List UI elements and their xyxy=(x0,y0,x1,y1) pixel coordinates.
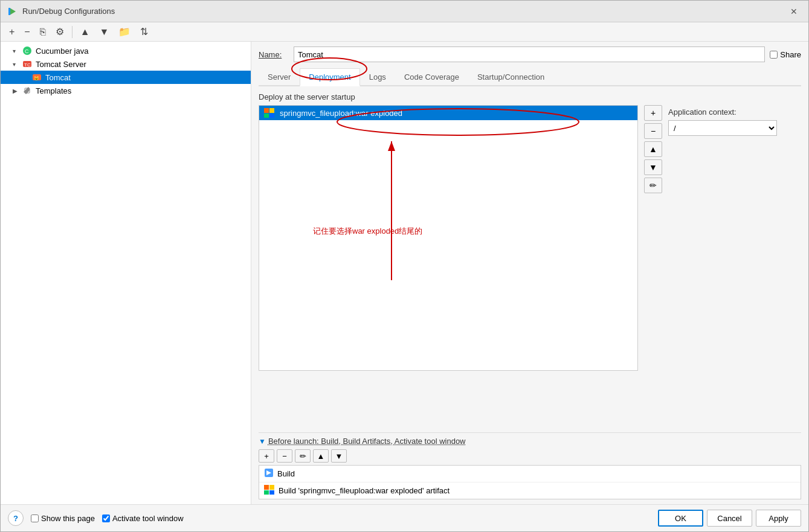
title-bar: Run/Debug Configurations ✕ xyxy=(1,1,808,22)
deploy-edit-button[interactable]: ✏ xyxy=(644,178,662,193)
before-launch-header: ▼ Before launch: Build, Build Artifacts,… xyxy=(259,437,801,446)
remove-config-button[interactable]: − xyxy=(21,25,33,39)
name-row: Name: Share xyxy=(259,46,801,62)
sort-button[interactable]: ⇅ xyxy=(137,24,152,39)
close-button[interactable]: ✕ xyxy=(787,5,801,18)
svg-text:TC: TC xyxy=(24,62,31,68)
tree-item-tomcat[interactable]: 🐱 Tomcat xyxy=(1,71,251,84)
wrench-icon xyxy=(22,86,33,95)
right-panel: Name: Share Server Deployment Logs xyxy=(251,42,808,504)
tree-label-cucumber: Cucumber java xyxy=(36,46,88,56)
left-panel: ▾ C Cucumber java ▾ TC Tomcat Server 🐱 xyxy=(1,42,251,504)
tree-arrow-tomcat xyxy=(22,74,31,81)
tomcat-server-icon: TC xyxy=(22,59,33,69)
svg-rect-22 xyxy=(269,490,274,495)
folder-button[interactable]: 📁 xyxy=(115,24,134,39)
show-page-checkbox[interactable] xyxy=(31,514,39,522)
show-page-row: Show this page xyxy=(31,514,95,523)
tab-logs[interactable]: Logs xyxy=(360,68,395,86)
settings-button[interactable]: ⚙ xyxy=(52,24,68,39)
deploy-list: springmvc_fileupload:war exploded xyxy=(259,105,638,371)
bl-item-artifact-label: Build 'springmvc_fileupload:war exploded… xyxy=(279,486,450,495)
activate-tool-checkbox[interactable] xyxy=(102,514,110,522)
tree-label-templates: Templates xyxy=(36,86,71,95)
tree-label-tomcat: Tomcat xyxy=(45,73,71,82)
bl-item-build[interactable]: Build xyxy=(259,466,801,482)
bottom-right: OK Cancel Apply xyxy=(658,510,801,527)
app-context-row: Application context: xyxy=(668,105,801,117)
add-config-button[interactable]: + xyxy=(5,25,18,39)
svg-rect-1 xyxy=(8,8,10,15)
move-down-button[interactable]: ▼ xyxy=(96,25,113,39)
deploy-at-startup-label: Deploy at the server startup xyxy=(259,92,801,101)
tree-item-templates[interactable]: ▶ Templates xyxy=(1,84,251,97)
ok-button[interactable]: OK xyxy=(658,510,703,527)
help-button[interactable]: ? xyxy=(8,510,24,526)
toolbar: + − ⎘ ⚙ ▲ ▼ 📁 ⇅ xyxy=(1,22,808,42)
svg-text:C: C xyxy=(25,48,29,54)
tree-label-tomcat-server: Tomcat Server xyxy=(36,60,86,69)
tab-startup-connection[interactable]: Startup/Connection xyxy=(468,68,553,86)
svg-marker-0 xyxy=(10,8,16,15)
tomcat-icon: 🐱 xyxy=(32,72,43,82)
deploy-item-label: springmvc_fileupload:war exploded xyxy=(280,109,402,118)
show-page-label: Show this page xyxy=(41,514,95,523)
right-buttons: + − ▲ ▼ ✏ xyxy=(644,105,662,426)
deploy-item-springmvc[interactable]: springmvc_fileupload:war exploded xyxy=(259,106,637,120)
tree-arrow-cucumber: ▾ xyxy=(13,48,21,54)
toolbar-separator xyxy=(72,26,73,38)
before-launch-label: Before launch: Build, Build Artifacts, A… xyxy=(268,437,466,446)
tree-arrow-templates: ▶ xyxy=(13,88,21,94)
tree-arrow-tomcat-server: ▾ xyxy=(13,61,21,68)
bl-move-down-button[interactable]: ▼ xyxy=(331,449,347,463)
share-label: Share xyxy=(780,50,801,59)
deploy-move-down-button[interactable]: ▼ xyxy=(644,159,662,175)
svg-rect-11 xyxy=(269,108,274,113)
tree-item-cucumber-java[interactable]: ▾ C Cucumber java xyxy=(1,44,251,57)
tab-server[interactable]: Server xyxy=(259,68,300,86)
app-context-select[interactable]: / xyxy=(668,120,777,136)
title-bar-left: Run/Debug Configurations xyxy=(8,7,115,16)
deploy-move-up-button[interactable]: ▲ xyxy=(644,141,662,157)
bl-add-button[interactable]: + xyxy=(259,449,274,463)
share-checkbox[interactable] xyxy=(770,51,778,59)
bl-edit-button[interactable]: ✏ xyxy=(295,449,311,463)
activate-tool-label: Activate tool window xyxy=(112,514,184,523)
svg-rect-21 xyxy=(264,490,269,495)
move-up-button[interactable]: ▲ xyxy=(77,25,94,39)
deploy-section: Deploy at the server startup xyxy=(259,92,801,426)
before-launch-list: Build Build 'springmvc_fileupload:war ex… xyxy=(259,465,801,499)
svg-rect-10 xyxy=(264,108,269,113)
bottom-bar: ? Show this page Activate tool window OK… xyxy=(1,504,808,531)
bl-item-build-label: Build xyxy=(277,469,295,478)
artifact-icon xyxy=(264,108,276,118)
share-checkbox-row: Share xyxy=(770,50,801,59)
run-debug-icon xyxy=(8,7,18,16)
dialog-title: Run/Debug Configurations xyxy=(22,7,115,16)
tree-item-tomcat-server[interactable]: ▾ TC Tomcat Server xyxy=(1,57,251,71)
cucumber-icon: C xyxy=(22,46,33,56)
copy-config-button[interactable]: ⎘ xyxy=(36,25,50,39)
artifact-deploy-icon xyxy=(264,485,275,496)
app-context-section: Application context: / xyxy=(668,105,801,426)
cancel-button[interactable]: Cancel xyxy=(707,510,752,527)
svg-rect-13 xyxy=(269,114,274,118)
bottom-left: ? Show this page Activate tool window xyxy=(8,510,184,526)
tab-deployment[interactable]: Deployment xyxy=(300,68,359,86)
name-input[interactable] xyxy=(294,46,765,62)
deploy-main: springmvc_fileupload:war exploded xyxy=(259,105,801,426)
tab-code-coverage[interactable]: Code Coverage xyxy=(395,68,468,86)
svg-rect-20 xyxy=(269,485,274,490)
run-debug-dialog: Run/Debug Configurations ✕ + − ⎘ ⚙ ▲ ▼ 📁… xyxy=(0,0,809,532)
bl-move-up-button[interactable]: ▲ xyxy=(313,449,329,463)
deploy-add-button[interactable]: + xyxy=(644,105,662,121)
apply-button[interactable]: Apply xyxy=(756,510,801,527)
app-context-label: Application context: xyxy=(668,107,736,117)
bl-item-build-artifact[interactable]: Build 'springmvc_fileupload:war exploded… xyxy=(259,482,801,499)
build-icon xyxy=(264,468,274,479)
activate-tool-row: Activate tool window xyxy=(102,514,184,523)
before-launch-arrow: ▼ xyxy=(259,437,266,446)
deploy-remove-button[interactable]: − xyxy=(644,123,662,139)
svg-rect-12 xyxy=(264,114,269,118)
bl-remove-button[interactable]: − xyxy=(277,449,292,463)
